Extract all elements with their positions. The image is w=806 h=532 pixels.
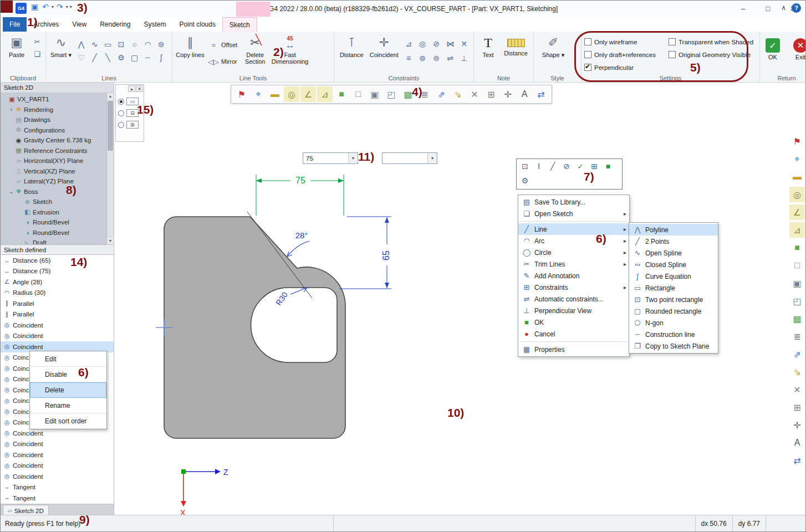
constraint-list-item[interactable]: ↔ Distance (65) — [1, 255, 114, 266]
submenu-item-polyline[interactable]: ⋀ Polyline — [629, 224, 718, 236]
menu-tab-system[interactable]: System — [137, 17, 173, 32]
tree-item[interactable]: ◧ Extrusion — [2, 207, 106, 218]
grid-tool-icon[interactable]: ⊞ — [483, 86, 499, 102]
no-fill-icon[interactable]: ⊘ — [560, 161, 573, 172]
tree-item[interactable]: ▦ Reference Constraints — [2, 146, 106, 156]
submenu-item-construction-line[interactable]: ┄ Construction line — [629, 329, 718, 340]
constraint-list-item[interactable]: ◎ Coincident — [1, 449, 114, 461]
apply-icon[interactable]: ■ — [602, 161, 614, 172]
menu-item-cancel[interactable]: ● Cancel — [518, 328, 629, 340]
tree-item[interactable]: ◉ Gravity Center 6.738 kg — [2, 135, 106, 146]
dim-angle[interactable] — [287, 241, 309, 257]
feature-list-icon[interactable]: ≣ — [789, 329, 805, 344]
exclusion-constraint-icon[interactable]: ⊘ — [430, 37, 443, 50]
arc-icon[interactable]: ◠ — [141, 38, 154, 50]
tree-item[interactable]: ◺ Draft — [2, 238, 106, 244]
edit-menu-item-disable[interactable]: Disable — [30, 367, 106, 382]
move-tool-icon[interactable]: ✛ — [789, 417, 805, 433]
tree-item[interactable]: ◑ Round/Bevel — [2, 228, 106, 238]
tree-item[interactable]: ▱ Horizontal(XY) Plane — [2, 156, 106, 166]
redo-icon[interactable]: ↷ — [55, 2, 65, 11]
maximize-button[interactable]: □ — [756, 1, 781, 17]
menu-tab-sketch[interactable]: Sketch — [222, 17, 257, 32]
menu-item-properties[interactable]: ▦ Properties — [518, 344, 629, 355]
save-icon[interactable]: ▣ — [29, 2, 40, 11]
submenu-item-rectangle[interactable]: ▭ Rectangle — [629, 282, 718, 294]
submenu-item-2-points[interactable]: ╱ 2 Points — [629, 236, 718, 247]
concentric-constraint-icon[interactable]: ◎ — [416, 37, 429, 50]
distance-note-button[interactable]: Distance — [501, 33, 530, 57]
menu-item-line[interactable]: ╱ Line ▸ — [518, 223, 629, 235]
menu-item-automatic-constraints[interactable]: ⇌ Automatic constraints... — [518, 293, 629, 305]
constraint-list-item[interactable]: ∠ Angle (28) — [1, 277, 114, 288]
swap-view-icon[interactable]: ⇄ — [533, 86, 549, 102]
panel-collapse-icon[interactable]: ▴ — [128, 85, 135, 92]
exit-button[interactable]: ✕ Exit — [790, 35, 806, 60]
redo-caret-icon[interactable]: ▾ — [65, 4, 69, 9]
tree-expand-icon[interactable]: ⌄ — [8, 188, 14, 195]
constraint-list-item[interactable]: ◎ Coincident — [1, 439, 114, 450]
sketch-canvas-area[interactable]: 75 65 28° R30 — [114, 83, 806, 516]
sketch-slot[interactable] — [251, 288, 338, 362]
measure-icon[interactable]: ▬ — [267, 86, 283, 102]
horizontal-constraint-icon[interactable]: ≡ — [402, 51, 415, 65]
menu-tab-rendering[interactable]: Rendering — [93, 17, 137, 32]
draw-line-icon[interactable]: ╱ — [547, 161, 559, 172]
minimize-button[interactable]: – — [731, 1, 756, 17]
scrollbar-thumb[interactable] — [108, 101, 113, 151]
dim-angle-value[interactable]: 28° — [295, 231, 308, 240]
menu-item-add-annotation[interactable]: ✎ Add Annotation — [518, 270, 629, 282]
menu-item-open-sketch[interactable]: ❏ Open Sketch ▸ — [518, 208, 629, 219]
settings-checkbox[interactable]: Only draft+references — [584, 48, 666, 61]
snap-center-icon[interactable]: ◎ — [789, 187, 805, 202]
snap-tangent-icon[interactable]: ⊿ — [789, 222, 805, 238]
construction-line-icon[interactable]: ┄ — [141, 51, 154, 64]
edit-menu-item-edit-sort-order[interactable]: Edit sort order — [30, 413, 106, 429]
dimension-text-icon[interactable]: Ⅰ — [533, 161, 545, 172]
dim-height-value[interactable]: 65 — [381, 250, 391, 260]
quick-access-more-icon[interactable]: ▾ — [69, 4, 73, 9]
submenu-item-rounded-rectangle[interactable]: ▢ Rounded rectangle — [629, 305, 718, 317]
submenu-item-copy-to-sketch-plane[interactable]: ❐ Copy to Sketch Plane — [629, 340, 718, 352]
tree-item[interactable]: ⌄ ❖ Boss — [2, 187, 106, 197]
submenu-item-open-spline[interactable]: ∿ Open Spline — [629, 247, 718, 259]
menu-item-arc[interactable]: ◠ Arc ▸ — [518, 235, 629, 247]
tree-item[interactable]: ≋ Sketch — [2, 197, 106, 207]
curve-icon[interactable]: ʃ — [155, 51, 167, 64]
constraint-list-item[interactable]: ∥ Parallel — [1, 298, 114, 309]
mirror-button[interactable]: ◁▷ Mirror — [207, 55, 238, 68]
section-cube-icon[interactable]: ◰ — [789, 293, 805, 309]
menu-item-perpendicular-view[interactable]: ⊥ Perpendicular View — [518, 305, 629, 316]
perpendicular-constraint-icon[interactable]: ⊥ — [457, 51, 471, 65]
delete-tool-icon[interactable]: ✕ — [789, 382, 805, 397]
shaded-cube-icon[interactable]: ■ — [789, 240, 805, 255]
constraint-list-item[interactable]: ∥ Parallel — [1, 309, 114, 320]
scroll-down-icon[interactable]: ▼ — [107, 238, 114, 244]
dim-width-value[interactable]: 75 — [295, 176, 305, 185]
submenu-item-curve-equation[interactable]: ʃ Curve Equation — [629, 270, 718, 282]
tree-item[interactable]: ⚙ Configurations — [2, 125, 106, 136]
settings-checkbox[interactable]: Transparent when Shaded — [669, 35, 758, 48]
settings-checkbox[interactable]: Original Geometry Visible — [669, 48, 758, 61]
combo-dropdown-icon[interactable]: ▾ — [348, 153, 358, 163]
edit-menu-item-edit[interactable]: Edit — [30, 351, 106, 367]
copy-icon[interactable]: ❏ — [32, 49, 43, 59]
rectangle-icon[interactable]: ▭ — [101, 38, 114, 50]
ok-button[interactable]: ✓ OK — [763, 35, 783, 60]
tree-item[interactable]: ▣ VX_PART1 — [2, 94, 106, 105]
tangent-line-icon[interactable]: ╲ — [101, 51, 114, 64]
cut-icon[interactable]: ✂ — [32, 37, 43, 47]
constraint-list-item[interactable]: ◎ Coincident — [1, 331, 114, 342]
polyline-icon[interactable]: ⋀ — [75, 38, 88, 50]
tree-item[interactable]: ▱ Lateral(YZ) Plane — [2, 176, 106, 187]
menu-tab-point-clouds[interactable]: Point clouds — [173, 17, 222, 32]
circle-icon[interactable]: ○ — [128, 38, 141, 50]
copy-lines-button[interactable]: ∥ Copy lines — [175, 33, 205, 58]
settings-gear-icon[interactable]: ⚙ — [519, 175, 531, 186]
delete-section-button[interactable]: ✂ ╲ Delete Section — [240, 33, 270, 65]
tree-expand-icon[interactable]: › — [8, 106, 14, 112]
constraint-list-item[interactable]: ◎ Coincident — [1, 461, 114, 472]
tree-item[interactable]: › ❋ Rendering — [2, 105, 106, 115]
edit-menu-item-rename[interactable]: Rename — [30, 398, 106, 413]
export-up-icon[interactable]: ⇗ — [433, 86, 449, 102]
